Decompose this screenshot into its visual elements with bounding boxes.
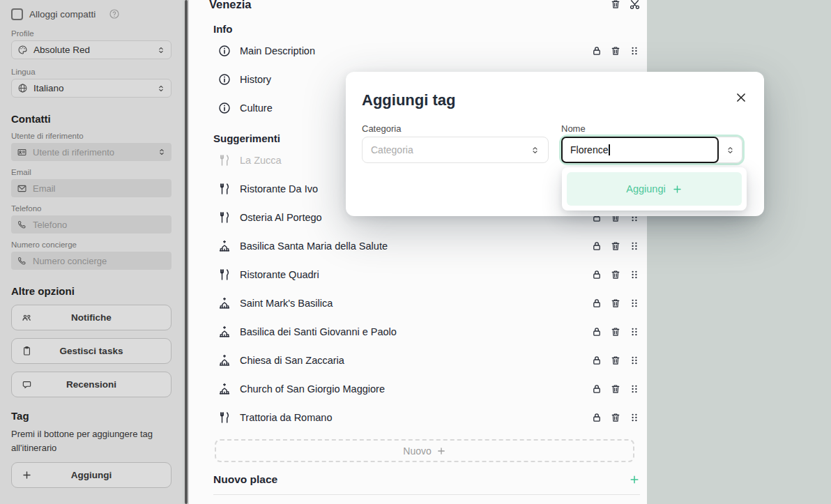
drag-handle-button[interactable]: [629, 45, 640, 56]
altre-opzioni-title: Altre opzioni: [11, 285, 171, 297]
list-item[interactable]: Basilica dei Santi Giovanni e Paolo: [218, 317, 640, 346]
lingua-select[interactable]: Italiano: [11, 79, 171, 98]
list-item[interactable]: Church of San Giorgio Maggiore: [218, 374, 640, 403]
drag-handle-button[interactable]: [629, 240, 640, 252]
trash-button[interactable]: [610, 45, 621, 56]
list-item-label: Osteria Al Portego: [240, 212, 322, 223]
list-item-label: Ristorante Da Ivo: [240, 183, 318, 194]
telefono-input[interactable]: [33, 220, 166, 230]
phone-icon: [17, 256, 27, 266]
add-tag-label: Aggiungi: [71, 470, 112, 480]
plus-icon: [672, 184, 683, 194]
row-actions: [591, 326, 640, 337]
add-place-button[interactable]: [629, 474, 640, 485]
concierge-input[interactable]: [33, 256, 166, 266]
restaurant-icon: [218, 411, 231, 424]
dropdown-aggiungi-button[interactable]: Aggiungi: [567, 172, 742, 206]
drag-handle-button[interactable]: [629, 269, 640, 280]
email-input[interactable]: [33, 183, 166, 194]
lock-button[interactable]: [591, 412, 602, 423]
info-icon: [218, 45, 231, 57]
place-title: Venezia: [209, 0, 252, 11]
compact-label: Alloggi compatti: [29, 9, 96, 20]
trash-button[interactable]: [610, 240, 621, 252]
categoria-select[interactable]: Categoria: [362, 137, 549, 163]
row-actions: [591, 383, 640, 395]
row-actions: [591, 240, 640, 252]
lock-icon: [591, 269, 602, 280]
lock-icon: [591, 298, 602, 309]
add-tag-button[interactable]: Aggiungi: [11, 462, 171, 488]
profile-select[interactable]: Absolute Red: [11, 40, 171, 59]
trash-button[interactable]: [610, 412, 621, 423]
sidebar-button-gestisci-tasks[interactable]: Gestisci tasks: [11, 338, 171, 364]
drag-handle-button[interactable]: [629, 355, 640, 366]
place-header: Venezia: [209, 0, 640, 13]
scrollbar-thumb[interactable]: [185, 0, 188, 504]
lock-button[interactable]: [591, 269, 602, 280]
trash-icon: [610, 45, 621, 56]
chevrons-updown-icon: [158, 148, 166, 156]
drag-handle-icon: [629, 383, 640, 395]
cut-place-button[interactable]: [629, 0, 640, 10]
row-actions: [591, 45, 640, 56]
trash-button[interactable]: [610, 298, 621, 309]
restaurant-icon: [218, 183, 231, 195]
concierge-label: Numero concierge: [11, 240, 171, 249]
row-actions: [591, 298, 640, 309]
list-item[interactable]: Chiesa di San Zaccaria: [218, 346, 640, 374]
sidebar-button-recensioni[interactable]: Recensioni: [11, 372, 171, 397]
lock-button[interactable]: [591, 383, 602, 395]
lock-button[interactable]: [591, 355, 602, 366]
lock-button[interactable]: [591, 45, 602, 56]
nuovo-button[interactable]: Nuovo: [215, 439, 634, 462]
trash-icon: [610, 326, 621, 337]
drag-handle-button[interactable]: [629, 383, 640, 395]
close-button[interactable]: [733, 91, 749, 106]
restaurant-icon: [218, 211, 231, 224]
trash-button[interactable]: [610, 326, 621, 337]
lock-button[interactable]: [591, 298, 602, 309]
add-tag-modal: Aggiungi tag Categoria Categoria Nome Fl…: [346, 72, 764, 216]
list-item-label: Culture: [240, 102, 273, 114]
idcard-icon: [17, 147, 27, 158]
list-item[interactable]: Trattoria da Romano: [218, 403, 640, 432]
tag-description: Premi il bottone per aggiungere tag all'…: [11, 427, 171, 455]
profile-value: Absolute Red: [33, 45, 151, 55]
trash-button[interactable]: [610, 355, 621, 366]
delete-place-button[interactable]: [610, 0, 621, 10]
drag-handle-icon: [629, 355, 640, 366]
info-icon: [218, 102, 231, 114]
lingua-value: Italiano: [33, 83, 151, 93]
drag-handle-button[interactable]: [629, 412, 640, 423]
list-item-label: Saint Mark's Basilica: [240, 298, 333, 309]
nome-stepper[interactable]: [715, 137, 742, 163]
email-label: Email: [11, 168, 171, 176]
nome-input[interactable]: Florence: [561, 137, 719, 163]
list-item[interactable]: Main Description: [218, 36, 640, 65]
plus-icon: [436, 446, 446, 456]
church-icon: [218, 297, 231, 310]
drag-handle-button[interactable]: [629, 326, 640, 337]
lock-button[interactable]: [591, 326, 602, 337]
drag-handle-icon: [629, 298, 640, 309]
categoria-placeholder: Categoria: [371, 144, 531, 155]
list-item[interactable]: Saint Mark's Basilica: [218, 289, 640, 317]
utente-select[interactable]: Utente di riferimento: [11, 143, 171, 161]
modal-title: Aggiungi tag: [362, 91, 455, 109]
categoria-label: Categoria: [362, 123, 401, 134]
list-item[interactable]: Basilica Santa Maria della Salute: [218, 231, 640, 260]
trash-button[interactable]: [610, 269, 621, 280]
nuovo-place-header: Nuovo place: [213, 473, 640, 495]
trash-button[interactable]: [610, 383, 621, 395]
info-icon: [218, 73, 231, 86]
list-item-label: Church of San Giorgio Maggiore: [240, 383, 385, 395]
sidebar-button-notifiche[interactable]: Notifiche: [11, 305, 171, 330]
drag-handle-button[interactable]: [629, 298, 640, 309]
restaurant-icon: [218, 268, 231, 281]
list-item[interactable]: Ristorante Quadri: [218, 260, 640, 289]
lock-button[interactable]: [591, 240, 602, 252]
compact-checkbox[interactable]: [11, 8, 23, 20]
trash-icon: [610, 383, 621, 395]
scissors-icon: [629, 0, 641, 10]
